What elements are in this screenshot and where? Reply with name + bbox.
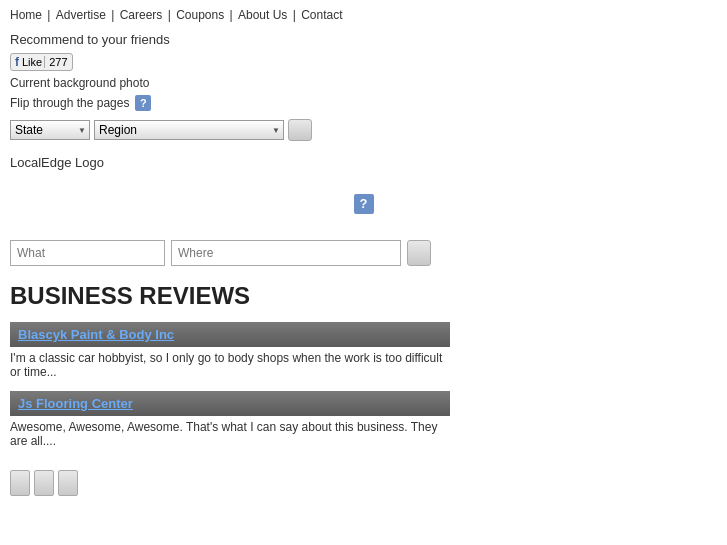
business-reviews-section: BUSINESS REVIEWS Blascyk Paint & Body In… xyxy=(0,276,727,464)
facebook-icon: f xyxy=(15,55,19,69)
nav-careers[interactable]: Careers xyxy=(120,8,163,22)
state-region-row: State Region xyxy=(0,115,727,149)
what-input[interactable] xyxy=(10,240,165,266)
like-button[interactable]: f Like 277 xyxy=(10,53,73,71)
review-item-0: Blascyk Paint & Body Inc I'm a classic c… xyxy=(10,322,717,381)
search-button[interactable] xyxy=(407,240,431,266)
nav-sep-4: | xyxy=(226,8,236,22)
page-btn-1[interactable] xyxy=(10,470,30,496)
nav-coupons[interactable]: Coupons xyxy=(176,8,224,22)
review-item-1: Js Flooring Center Awesome, Awesome, Awe… xyxy=(10,391,717,450)
nav-contact[interactable]: Contact xyxy=(301,8,342,22)
review-text-0: I'm a classic car hobbyist, so I only go… xyxy=(10,347,450,381)
nav-home[interactable]: Home xyxy=(10,8,42,22)
image-help-icon: ? xyxy=(354,194,374,214)
top-nav: Home | Advertise | Careers | Coupons | A… xyxy=(0,0,727,26)
state-select[interactable]: State xyxy=(10,120,90,140)
region-select-wrapper: Region xyxy=(94,120,284,140)
nav-sep-2: | xyxy=(108,8,118,22)
like-count: 277 xyxy=(44,56,67,68)
where-input[interactable] xyxy=(171,240,401,266)
pagination xyxy=(0,464,727,502)
page-btn-2[interactable] xyxy=(34,470,54,496)
nav-sep-3: | xyxy=(164,8,174,22)
flip-label: Flip through the pages xyxy=(10,96,129,110)
nav-sep-1: | xyxy=(44,8,54,22)
logo-area: LocalEdge Logo xyxy=(0,149,727,174)
page-btn-3[interactable] xyxy=(58,470,78,496)
like-label: Like xyxy=(22,56,42,68)
flip-help-icon[interactable]: ? xyxy=(135,95,151,111)
review-business-link-1[interactable]: Js Flooring Center xyxy=(10,391,450,416)
logo-text: LocalEdge Logo xyxy=(10,155,104,170)
flip-section: Flip through the pages ? xyxy=(0,93,727,115)
section-title: BUSINESS REVIEWS xyxy=(10,282,717,310)
region-select[interactable]: Region xyxy=(94,120,284,140)
nav-advertise[interactable]: Advertise xyxy=(56,8,106,22)
nav-sep-5: | xyxy=(289,8,299,22)
review-business-link-0[interactable]: Blascyk Paint & Body Inc xyxy=(10,322,450,347)
recommend-text: Recommend to your friends xyxy=(10,32,717,47)
current-bg-text: Current background photo xyxy=(0,73,727,93)
image-placeholder-area: ? xyxy=(0,174,727,234)
recommend-section: Recommend to your friends f Like 277 xyxy=(0,26,727,73)
state-go-button[interactable] xyxy=(288,119,312,141)
search-row xyxy=(0,234,727,276)
state-select-wrapper: State xyxy=(10,120,90,140)
review-text-1: Awesome, Awesome, Awesome. That's what I… xyxy=(10,416,450,450)
nav-about[interactable]: About Us xyxy=(238,8,287,22)
